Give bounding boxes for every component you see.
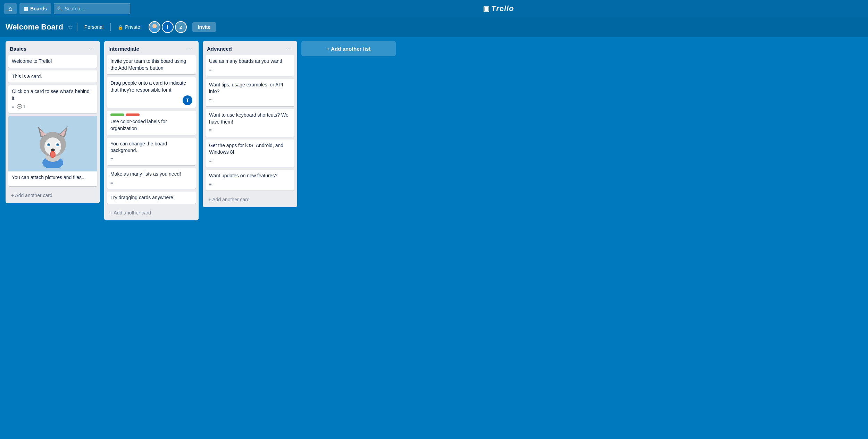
card-i1[interactable]: Invite your team to this board using the… [107,55,196,74]
invite-button[interactable]: Invite [192,22,216,32]
comment-icon: 💬 [17,104,22,110]
svg-point-1 [152,24,157,28]
card-i3-text: Use color-coded labels for organization [110,118,192,132]
member-count: 2 [180,25,182,30]
card-i1-text: Invite your team to this board using the… [110,58,192,71]
card-b3-comment-badge: 💬 1 [17,104,26,110]
card-a5-desc-badge: ≡ [209,181,212,188]
avatar-2[interactable]: T [162,21,174,33]
card-b1-text: Welcome to Trello! [12,58,94,65]
star-button[interactable]: ☆ [67,23,73,31]
list-advanced: Advanced ··· Use as many boards as you w… [203,41,297,207]
list-intermediate-menu-button[interactable]: ··· [185,44,194,53]
avatar-image [149,21,160,33]
card-i2-text: Drag people onto a card to indicate that… [110,80,192,93]
card-b3-text: Click on a card to see what's behind it. [12,88,94,102]
top-nav: ⌂ ▦ Boards 🔍 ▣ Trello [0,0,868,17]
card-a5[interactable]: Want updates on new features? ≡ [206,170,294,191]
card-a3[interactable]: Want to use keyboard shortcuts? We have … [206,109,294,136]
add-card-advanced-label: + Add another card [208,197,250,202]
card-i4[interactable]: You can change the board background. ≡ [107,138,196,165]
card-a2-badges: ≡ [209,97,291,103]
desc-icon-a4: ≡ [209,158,212,164]
card-i5-badges: ≡ [110,180,192,186]
card-b4[interactable]: You can attach pictures and files... [8,116,97,187]
board-title: Welcome Board [6,23,63,32]
card-i4-text: You can change the board background. [110,141,192,154]
search-input[interactable] [54,3,130,14]
add-card-basics-button[interactable]: + Add another card [8,191,97,200]
add-list-button[interactable]: + Add another list [301,41,396,56]
card-a1-text: Use as many boards as you want! [209,58,291,65]
svg-point-15 [49,144,50,145]
card-a4-badges: ≡ [209,158,291,164]
svg-point-19 [51,152,55,157]
invite-label: Invite [198,24,211,30]
card-a3-desc-badge: ≡ [209,127,212,134]
card-b4-image [8,116,97,171]
boards-grid-icon: ▦ [24,6,28,11]
workspace-label: Personal [84,24,103,30]
list-basics-menu-button[interactable]: ··· [86,44,96,53]
desc-icon-a3: ≡ [209,127,212,134]
visibility-button[interactable]: 🔒 Private [115,23,143,31]
header-divider-1 [77,23,77,31]
add-card-intermediate-button[interactable]: + Add another card [107,208,196,218]
svg-point-2 [151,28,158,33]
list-advanced-menu-button[interactable]: ··· [284,44,293,53]
card-b4-text: You can attach pictures and files... [12,174,94,181]
list-intermediate-cards: Invite your team to this board using the… [104,55,199,206]
card-a1-desc-badge: ≡ [209,67,212,73]
search-wrapper: 🔍 [54,3,130,14]
card-i6[interactable]: Try dragging cards anywhere. [107,192,196,204]
avatar-1[interactable] [149,21,160,33]
lock-icon: 🔒 [118,25,123,30]
boards-button[interactable]: ▦ Boards [19,3,51,14]
card-a1[interactable]: Use as many boards as you want! ≡ [206,55,294,76]
card-i3-labels [110,113,192,116]
card-b2-text: This is a card. [12,73,94,80]
card-i6-text: Try dragging cards anywhere. [110,194,192,201]
list-advanced-cards: Use as many boards as you want! ≡ Want t… [203,55,297,193]
add-card-basics-label: + Add another card [11,193,52,198]
card-a2-desc-badge: ≡ [209,97,212,103]
list-intermediate-title: Intermediate [108,46,139,52]
card-i3[interactable]: Use color-coded labels for organization [107,111,196,135]
card-i5[interactable]: Make as many lists as you need! ≡ [107,168,196,189]
card-a2[interactable]: Want tips, usage examples, or API info? … [206,79,294,106]
home-button[interactable]: ⌂ [4,3,17,14]
card-a5-text: Want updates on new features? [209,172,291,179]
workspace-button[interactable]: Personal [82,23,106,31]
card-a4[interactable]: Get the apps for iOS, Android, and Windo… [206,140,294,167]
list-advanced-title: Advanced [207,46,232,52]
add-card-advanced-button[interactable]: + Add another card [206,195,294,204]
card-a4-desc-badge: ≡ [209,158,212,164]
label-green [110,113,124,116]
card-b2[interactable]: This is a card. [8,70,97,83]
description-icon: ≡ [12,104,15,110]
list-basics-title: Basics [10,46,26,52]
list-basics-header: Basics ··· [6,41,100,55]
svg-point-17 [51,149,55,151]
add-list-label: + Add another list [327,46,371,52]
desc-icon-a5: ≡ [209,181,212,188]
board-content: Basics ··· Welcome to Trello! This is a … [0,37,868,439]
visibility-label: Private [125,24,140,30]
card-b1[interactable]: Welcome to Trello! [8,55,97,68]
card-i4-description-badge: ≡ [110,156,113,162]
husky-svg [30,119,75,168]
card-a3-badges: ≡ [209,127,291,134]
list-basics-footer: + Add another card [6,189,100,203]
card-b3[interactable]: Click on a card to see what's behind it.… [8,85,97,113]
members-area: T 2 [149,21,187,33]
card-a4-text: Get the apps for iOS, Android, and Windo… [209,142,291,156]
card-i5-text: Make as many lists as you need! [110,171,192,178]
card-i2[interactable]: Drag people onto a card to indicate that… [107,77,196,108]
list-basics-cards: Welcome to Trello! This is a card. Click… [6,55,100,189]
svg-point-16 [58,144,59,145]
label-red [126,113,140,116]
list-intermediate-footer: + Add another card [104,206,199,220]
card-i5-description-badge: ≡ [110,180,113,186]
card-b3-description-badge: ≡ [12,104,15,110]
trello-logo: ▣ Trello [133,4,864,13]
